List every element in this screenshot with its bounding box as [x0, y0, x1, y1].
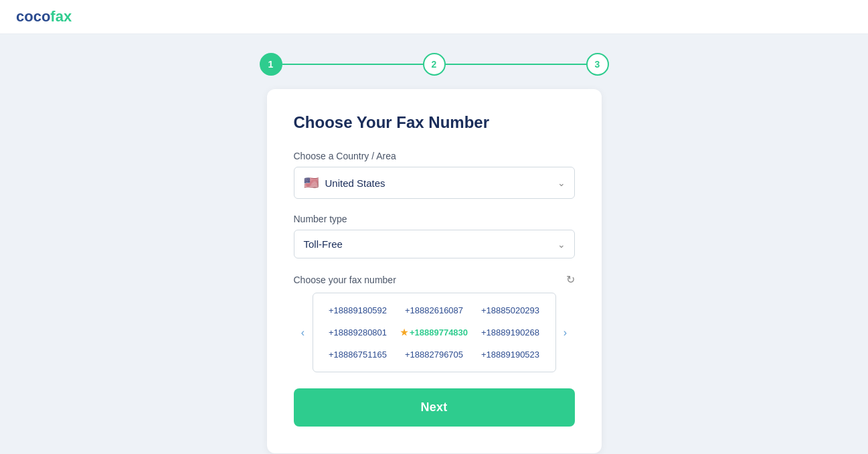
fax-number-grid: +18889180592+18882616087+18885020293+188…	[320, 303, 549, 362]
number-type-label: Number type	[294, 214, 575, 224]
fax-number-item[interactable]: ★+18889774830	[396, 325, 472, 340]
next-button[interactable]: Next	[294, 388, 575, 427]
logo-coco: coco	[16, 8, 50, 25]
number-type-select[interactable]: Toll-Free	[294, 230, 575, 258]
card-title: Choose Your Fax Number	[294, 113, 575, 132]
fax-number-label: Choose your fax number	[294, 275, 396, 285]
country-label: Choose a Country / Area	[294, 151, 575, 161]
fax-number-header: Choose your fax number ↻	[294, 273, 575, 286]
step-line-1	[282, 64, 423, 65]
fax-number-item[interactable]: +18886751165	[320, 347, 396, 362]
next-arrow[interactable]: ›	[556, 323, 575, 342]
fax-number-box: +18889180592+18882616087+18885020293+188…	[313, 293, 556, 372]
step-2: 2	[423, 53, 446, 76]
fax-number-item[interactable]: +18889180592	[320, 303, 396, 318]
logo-fax: fax	[50, 8, 72, 25]
progress-steps: 1 2 3	[0, 34, 868, 89]
fax-number-item[interactable]: +18889190268	[472, 325, 549, 340]
fax-number-item[interactable]: +18882616087	[396, 303, 472, 318]
main-card: Choose Your Fax Number Choose a Country …	[267, 89, 602, 453]
fax-number-grid-wrapper: ‹ +18889180592+18882616087+18885020293+1…	[294, 293, 575, 372]
country-flag: 🇺🇸	[304, 175, 319, 190]
fax-number-item[interactable]: +18889280801	[320, 325, 396, 340]
country-value: United States	[325, 177, 385, 189]
step-line-2	[446, 64, 586, 65]
number-type-select-wrapper[interactable]: Toll-Free ⌄	[294, 230, 575, 258]
country-select-wrapper[interactable]: 🇺🇸 United States ⌄	[294, 167, 575, 199]
fax-number-item[interactable]: +18882796705	[396, 347, 472, 362]
fax-number-item[interactable]: +18885020293	[472, 303, 549, 318]
refresh-icon[interactable]: ↻	[566, 273, 575, 286]
fax-number-item[interactable]: +18889190523	[472, 347, 549, 362]
step-3: 3	[586, 53, 609, 76]
header: cocofax	[0, 0, 868, 34]
logo: cocofax	[16, 8, 72, 25]
country-select[interactable]: 🇺🇸 United States	[294, 167, 575, 199]
step-1: 1	[260, 53, 282, 76]
prev-arrow[interactable]: ‹	[294, 323, 313, 342]
number-type-value: Toll-Free	[304, 238, 343, 250]
